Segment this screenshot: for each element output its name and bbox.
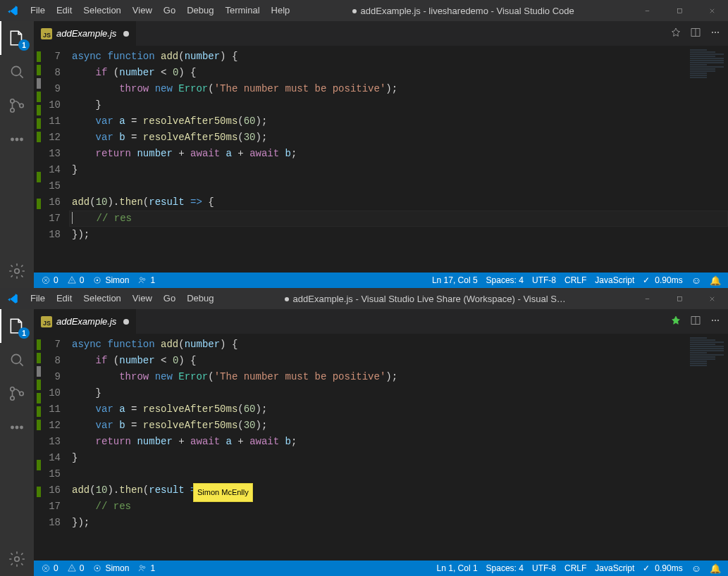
status-lncol[interactable]: Ln 17, Col 5	[428, 273, 482, 288]
activity-explorer[interactable]: 1	[0, 21, 34, 55]
status-live-share[interactable]: Simon	[88, 561, 133, 576]
code-editor[interactable]: 789101112131415161718 async function add…	[34, 49, 728, 273]
code-line[interactable]	[69, 178, 728, 194]
menu-go[interactable]: Go	[158, 288, 181, 309]
maximize-button[interactable]	[663, 288, 696, 309]
status-notifications-icon[interactable]: 🔔	[705, 561, 725, 576]
status-timing[interactable]: 0.90ms	[638, 561, 686, 576]
status-language[interactable]: JavaScript	[591, 561, 638, 576]
activity-source-control[interactable]	[0, 89, 34, 123]
code-line[interactable]: async function add(number) {	[69, 337, 728, 353]
status-errors[interactable]: 0	[37, 561, 63, 576]
activity-more-icon[interactable]	[0, 411, 34, 444]
code-line[interactable]: // res	[69, 499, 728, 515]
maximize-button[interactable]	[663, 0, 696, 21]
menu-go[interactable]: Go	[158, 0, 181, 21]
tab-dirty-icon	[123, 31, 129, 37]
status-warnings[interactable]: 0	[63, 561, 89, 576]
status-lncol[interactable]: Ln 1, Col 1	[433, 561, 482, 576]
activity-search[interactable]	[0, 55, 34, 89]
activity-settings[interactable]	[0, 254, 34, 288]
more-actions-icon[interactable]	[710, 27, 721, 40]
menu-debug[interactable]: Debug	[181, 288, 219, 309]
close-button[interactable]	[696, 0, 728, 21]
code-line[interactable]: return number + await a + await b;	[69, 434, 728, 450]
status-language[interactable]: JavaScript	[591, 273, 638, 288]
code-line[interactable]: if (number < 0) {	[69, 353, 728, 369]
menu-file[interactable]: File	[25, 288, 51, 309]
svg-point-29	[715, 320, 716, 321]
status-live-share[interactable]: Simon	[88, 273, 133, 288]
code-line[interactable]: throw new Error('The number must be posi…	[69, 81, 728, 97]
menu-view[interactable]: View	[127, 0, 158, 21]
status-feedback-icon[interactable]: ☺	[687, 273, 705, 288]
code-line[interactable]: // res	[69, 211, 728, 227]
line-number: 13	[44, 434, 61, 450]
status-eol[interactable]: CRLF	[560, 561, 591, 576]
code-line[interactable]	[69, 466, 728, 482]
menu-debug[interactable]: Debug	[181, 0, 219, 21]
status-encoding[interactable]: UTF-8	[528, 561, 560, 576]
editor-tab[interactable]: JS addExample.js	[34, 21, 137, 46]
menu-view[interactable]: View	[127, 288, 158, 309]
code-line[interactable]: return number + await a + await b;	[69, 146, 728, 162]
close-button[interactable]	[696, 288, 728, 309]
code-line[interactable]: var b = resolveAfter50ms(30);	[69, 130, 728, 146]
status-eol[interactable]: CRLF	[560, 273, 591, 288]
code-line[interactable]: }	[69, 162, 728, 178]
activity-explorer[interactable]: 1	[0, 309, 34, 343]
code-line[interactable]: var b = resolveAfter50ms(30);	[69, 418, 728, 434]
code-line[interactable]: throw new Error('The number must be posi…	[69, 369, 728, 385]
split-editor-icon[interactable]	[690, 315, 701, 328]
status-notifications-icon[interactable]: 🔔	[705, 273, 725, 288]
more-actions-icon[interactable]	[710, 315, 721, 328]
activity-source-control[interactable]	[0, 377, 34, 411]
line-number: 10	[44, 385, 61, 401]
menu-terminal[interactable]: Terminal	[219, 0, 265, 21]
status-encoding[interactable]: UTF-8	[528, 273, 560, 288]
status-participants[interactable]: 1	[133, 561, 159, 576]
svg-point-33	[97, 568, 98, 569]
code-line[interactable]: var a = resolveAfter50ms(60);	[69, 113, 728, 130]
code-line[interactable]: }	[69, 450, 728, 466]
code-content[interactable]: async function add(number) { if (number …	[69, 337, 728, 561]
line-number: 9	[44, 369, 61, 385]
activity-more-icon[interactable]	[0, 123, 34, 156]
gutter-mod-mark	[37, 92, 41, 102]
code-content[interactable]: async function add(number) { if (number …	[69, 49, 728, 273]
pin-icon[interactable]	[670, 315, 681, 328]
minimize-button[interactable]	[631, 0, 663, 21]
menu-selection[interactable]: Selection	[78, 0, 126, 21]
code-line[interactable]: var a = resolveAfter50ms(60);	[69, 401, 728, 418]
code-line[interactable]: }	[69, 385, 728, 401]
code-line[interactable]: });	[69, 227, 728, 243]
code-line[interactable]: add(10).then(result => {	[69, 194, 728, 211]
menu-help[interactable]: Help	[266, 0, 296, 21]
activity-search[interactable]	[0, 343, 34, 377]
minimize-button[interactable]	[631, 288, 663, 309]
pin-icon[interactable]	[670, 27, 681, 40]
gutter-mod-mark	[37, 132, 41, 142]
gutter-mod-mark	[37, 446, 41, 457]
status-feedback-icon[interactable]: ☺	[687, 561, 705, 576]
menu-file[interactable]: File	[25, 0, 51, 21]
code-line[interactable]: if (number < 0) {	[69, 65, 728, 81]
code-line[interactable]: });	[69, 515, 728, 531]
status-bar: 0 0 Simon 1 Ln 1, Col 1 Spaces: 4 UTF-8 …	[34, 561, 728, 576]
editor-tab[interactable]: JS addExample.js	[34, 309, 137, 334]
split-editor-icon[interactable]	[690, 27, 701, 40]
activity-settings[interactable]	[0, 542, 34, 576]
status-warnings[interactable]: 0	[63, 273, 89, 288]
menu-edit[interactable]: Edit	[51, 0, 78, 21]
status-spaces[interactable]: Spaces: 4	[482, 273, 528, 288]
status-spaces[interactable]: Spaces: 4	[482, 561, 528, 576]
menu-selection[interactable]: Selection	[78, 288, 126, 309]
menu-edit[interactable]: Edit	[51, 288, 78, 309]
status-participants[interactable]: 1	[133, 273, 159, 288]
status-timing[interactable]: 0.90ms	[638, 273, 686, 288]
code-editor[interactable]: 789101112131415161718 async function add…	[34, 337, 728, 561]
status-errors[interactable]: 0	[37, 273, 63, 288]
code-line[interactable]: async function add(number) {	[69, 49, 728, 65]
code-line[interactable]: }	[69, 97, 728, 113]
code-line[interactable]: add(10).then(result => {Simon McEnlly	[69, 482, 728, 499]
